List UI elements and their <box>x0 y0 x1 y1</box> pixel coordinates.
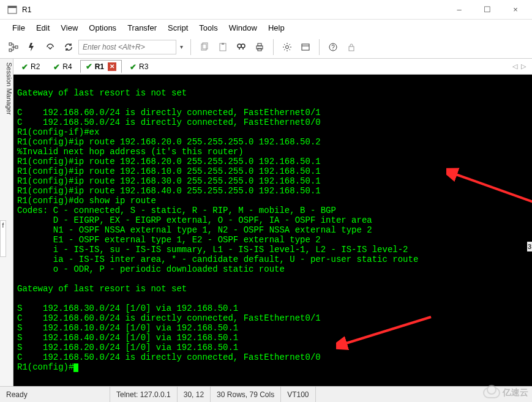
svg-point-10 <box>241 44 245 48</box>
terminal-output[interactable]: Gateway of last resort is not set C 192.… <box>13 75 532 386</box>
window-controls: – ☐ × <box>445 1 530 19</box>
paste-icon[interactable] <box>214 39 231 56</box>
session-options-icon[interactable] <box>297 39 314 56</box>
toolbar-separator <box>190 39 191 55</box>
menubar: File Edit View Options Transfer Script T… <box>0 20 532 35</box>
terminal-line: S 192.168.30.0/24 [1/0] via 192.168.50.1 <box>17 303 528 313</box>
tab-label: R2 <box>31 62 40 71</box>
toolbar: ▾ ? <box>0 35 532 59</box>
tab-scroll-right-icon[interactable]: ▷ <box>521 62 526 70</box>
status-connection: Telnet: 127.0.0.1 <box>110 387 178 402</box>
svg-text:?: ? <box>331 44 335 51</box>
terminal-line: R1(config)#do show ip route <box>17 196 528 206</box>
menu-help[interactable]: Help <box>268 23 285 32</box>
tab-r3[interactable]: ✔R3 <box>124 61 154 73</box>
terminal-line: N1 - OSPF NSSA external type 1, N2 - OSP… <box>17 225 528 235</box>
menu-script[interactable]: Script <box>168 23 188 32</box>
svg-point-14 <box>286 45 289 48</box>
tab-label: R4 <box>62 62 72 71</box>
svg-point-9 <box>238 44 241 48</box>
terminal-line <box>17 78 528 88</box>
host-dropdown-icon[interactable]: ▾ <box>178 43 185 50</box>
menu-file[interactable]: File <box>12 23 25 32</box>
terminal-line <box>17 98 528 108</box>
terminal-line: C 192.168.50.0/24 is directly connected,… <box>17 352 528 362</box>
host-input[interactable] <box>78 40 176 54</box>
tabs-bar: ✔R2 ✔R4 ✔R1✕ ✔R3 ◁ ▷ <box>13 59 532 75</box>
check-icon: ✔ <box>21 62 28 72</box>
terminal-line: S 192.168.40.0/24 [1/0] via 192.168.50.1 <box>17 333 528 343</box>
tab-label: R3 <box>139 62 148 71</box>
status-size: 30 Rows, 79 Cols <box>211 387 281 402</box>
terminal-line: R1(config)#ip route 192.168.40.0 255.255… <box>17 186 528 196</box>
terminal-line <box>17 274 528 284</box>
titlebar: R1 – ☐ × <box>0 0 532 20</box>
left-edge-fragment: f <box>0 220 6 257</box>
svg-rect-8 <box>222 43 224 45</box>
right-edge-fragment: 3 <box>527 242 532 251</box>
tab-scroll-left-icon[interactable]: ◁ <box>512 62 517 70</box>
help-icon[interactable]: ? <box>324 39 342 56</box>
status-emulation: VT100 <box>281 387 315 402</box>
terminal-cursor <box>73 363 78 372</box>
lock-icon[interactable] <box>343 39 360 56</box>
terminal-line: Gateway of last resort is not set <box>17 88 528 98</box>
terminal-line: S 192.168.10.0/24 [1/0] via 192.168.50.1 <box>17 323 528 333</box>
minimize-button[interactable]: – <box>445 1 473 19</box>
menu-options[interactable]: Options <box>89 23 116 32</box>
copy-icon[interactable] <box>196 39 213 56</box>
maximize-button[interactable]: ☐ <box>473 1 501 19</box>
tab-label: R1 <box>95 62 104 71</box>
menu-transfer[interactable]: Transfer <box>127 23 157 32</box>
cloud-icon <box>483 387 500 398</box>
terminal-line: E1 - OSPF external type 1, E2 - OSPF ext… <box>17 235 528 245</box>
terminal-line: Gateway of last resort is not set <box>17 284 528 294</box>
terminal-line: R1(config)#ip route 192.168.10.0 255.255… <box>17 166 528 176</box>
menu-window[interactable]: Window <box>229 23 257 32</box>
terminal-line: C 192.168.60.0/24 is directly connected,… <box>17 108 528 117</box>
check-icon: ✔ <box>53 62 60 72</box>
menu-tools[interactable]: Tools <box>199 23 217 32</box>
watermark-text: 亿速云 <box>503 387 528 398</box>
terminal-line: R1(config-if)#ex <box>17 127 528 137</box>
tab-r4[interactable]: ✔R4 <box>48 61 77 73</box>
watermark: 亿速云 <box>483 387 528 398</box>
terminal-line: %Invalid next hop address (it's this rou… <box>17 147 528 157</box>
check-icon: ✔ <box>86 62 92 71</box>
terminal-line: C 192.168.60.0/24 is directly connected,… <box>17 313 528 323</box>
settings-icon[interactable] <box>279 39 296 56</box>
status-cursor: 30, 12 <box>178 387 211 402</box>
terminal-line: S 192.168.20.0/24 [1/0] via 192.168.50.1 <box>17 343 528 352</box>
terminal-line: i - IS-IS, su - IS-IS summary, L1 - IS-I… <box>17 245 528 255</box>
svg-rect-1 <box>8 6 17 8</box>
terminal-line: R1(config)#ip route 192.168.20.0 255.255… <box>17 137 528 147</box>
print-icon[interactable] <box>251 39 268 56</box>
terminal-line: C 192.168.50.0/24 is directly connected,… <box>17 117 528 127</box>
toolbar-separator <box>273 39 274 55</box>
toolbar-separator <box>319 39 320 55</box>
check-icon: ✔ <box>130 62 137 72</box>
svg-rect-2 <box>9 43 12 45</box>
tab-r2[interactable]: ✔R2 <box>16 61 45 73</box>
reconnect-icon[interactable] <box>60 39 77 56</box>
svg-rect-4 <box>15 46 18 48</box>
terminal-line: Codes: C - connected, S - static, R - RI… <box>17 206 528 215</box>
find-icon[interactable] <box>233 39 250 56</box>
window-title: R1 <box>22 6 445 14</box>
terminal-line: D - EIGRP, EX - EIGRP external, O - OSPF… <box>17 215 528 225</box>
session-tree-icon[interactable] <box>5 39 22 56</box>
status-ready: Ready <box>0 387 110 402</box>
terminal-line: o - ODR, P - periodic downloaded static … <box>17 264 528 274</box>
menu-edit[interactable]: Edit <box>36 23 50 32</box>
tab-r1[interactable]: ✔R1✕ <box>80 60 122 73</box>
statusbar: Ready Telnet: 127.0.0.1 30, 12 30 Rows, … <box>0 386 532 402</box>
close-button[interactable]: × <box>501 1 530 19</box>
tab-close-icon[interactable]: ✕ <box>108 62 116 71</box>
svg-rect-12 <box>258 43 261 46</box>
quick-connect-icon[interactable] <box>23 39 40 56</box>
terminal-line: ia - IS-IS inter area, * - candidate def… <box>17 255 528 264</box>
connect-icon[interactable] <box>42 39 59 56</box>
menu-view[interactable]: View <box>61 23 78 32</box>
svg-rect-3 <box>9 49 12 51</box>
svg-rect-19 <box>349 47 354 51</box>
